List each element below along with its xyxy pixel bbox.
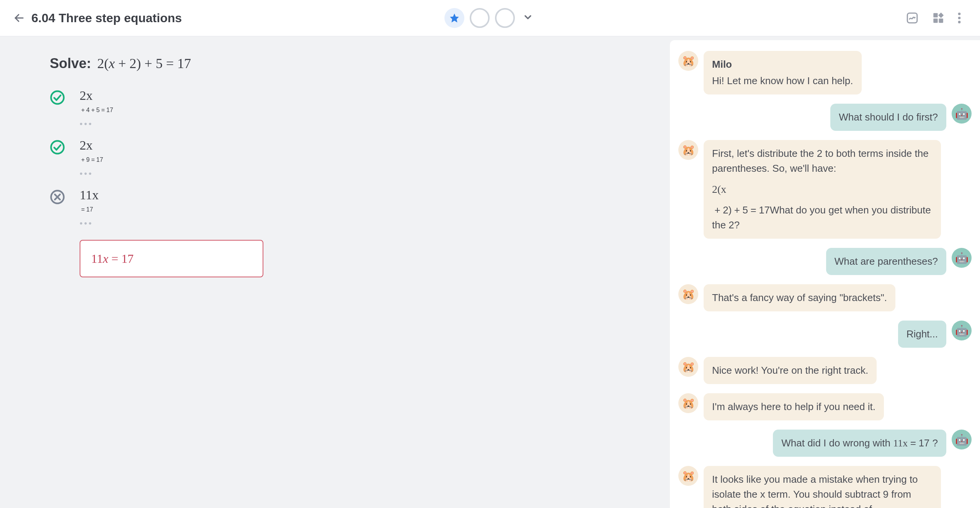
- user-message: What are parentheses?🤖: [678, 248, 972, 275]
- message-text: What should I do first?: [839, 111, 938, 123]
- message-text: First, let's distribute the 2 to both te…: [712, 148, 929, 174]
- bot-message: 🐹Nice work! You're on the right track.: [678, 357, 972, 384]
- bot-avatar: 🐹: [678, 284, 698, 304]
- step-status: [50, 90, 65, 105]
- step-more[interactable]: •••: [80, 167, 103, 180]
- scribble-icon: [906, 11, 919, 24]
- bot-message: 🐹MiloHi! Let me know how I can help.: [678, 51, 972, 94]
- svg-point-8: [958, 17, 961, 20]
- message-text: Right...: [906, 328, 938, 340]
- x-circle-icon: [50, 189, 65, 205]
- svg-marker-6: [938, 13, 944, 18]
- bot-avatar: 🐹: [678, 393, 698, 413]
- svg-rect-4: [933, 18, 938, 23]
- bot-avatar: 🐹: [678, 357, 698, 377]
- svg-point-10: [51, 91, 64, 104]
- svg-point-11: [51, 141, 64, 153]
- progress-star-filled[interactable]: [444, 8, 464, 28]
- problem-equation: 2(x + 2) + 5 = 17: [97, 55, 191, 72]
- message-bubble: I'm always here to help if you need it.: [704, 393, 884, 420]
- arrow-left-icon: [13, 12, 25, 24]
- step-row: 2x + 4 + 5 = 17•••: [50, 88, 647, 130]
- message-bubble: First, let's distribute the 2 to both te…: [704, 140, 941, 239]
- user-avatar: 🤖: [952, 104, 972, 124]
- bot-avatar: 🐹: [678, 51, 698, 71]
- bot-avatar: 🐹: [678, 140, 698, 160]
- more-button[interactable]: [958, 11, 961, 24]
- page-title: 6.04 Three step equations: [31, 11, 182, 25]
- message-text: Nice work! You're on the right track.: [712, 365, 868, 376]
- svg-point-9: [958, 21, 961, 23]
- more-vert-icon: [958, 11, 961, 24]
- svg-rect-3: [933, 13, 938, 17]
- svg-marker-1: [450, 13, 459, 22]
- user-message: Right...🤖: [678, 321, 972, 348]
- progress-indicators: [444, 8, 536, 28]
- step-equation: 2x: [80, 88, 113, 103]
- message-bubble: Nice work! You're on the right track.: [704, 357, 877, 384]
- user-message: What did I do wrong with 11x = 17 ?🤖: [678, 430, 972, 457]
- check-circle-icon: [50, 90, 65, 105]
- apps-button[interactable]: [932, 11, 945, 24]
- bot-message: 🐹It looks like you made a mistake when t…: [678, 466, 972, 508]
- user-message: What should I do first?🤖: [678, 104, 972, 131]
- progress-dropdown[interactable]: [520, 10, 536, 26]
- prompt-label: Solve:: [50, 55, 91, 72]
- message-bubble: Right...: [898, 321, 946, 348]
- message-text: I'm always here to help if you need it.: [712, 401, 875, 412]
- message-bubble: What are parentheses?: [826, 248, 946, 275]
- work-area: Solve: 2(x + 2) + 5 = 17 2x + 4 + 5 = 17…: [0, 36, 670, 508]
- message-bubble: What did I do wrong with 11x = 17 ?: [773, 430, 946, 457]
- step-equation: 2x: [80, 138, 103, 153]
- back-button[interactable]: [11, 10, 27, 26]
- message-bubble: MiloHi! Let me know how I can help.: [704, 51, 862, 94]
- message-text: ?: [929, 437, 938, 449]
- user-avatar: 🤖: [952, 321, 972, 340]
- message-text: What are parentheses?: [835, 256, 938, 267]
- check-circle-icon: [50, 140, 65, 155]
- step-status: [50, 189, 65, 205]
- chevron-down-icon: [523, 12, 533, 23]
- message-text: That's a fancy way of saying "brackets".: [712, 292, 887, 303]
- chat-panel: 🐹MiloHi! Let me know how I can help.What…: [670, 40, 980, 508]
- message-text: It looks like you made a mistake when tr…: [712, 474, 918, 508]
- answer-input-value: 11x = 17: [91, 252, 134, 266]
- svg-point-7: [958, 13, 961, 15]
- step-more[interactable]: •••: [80, 117, 113, 130]
- message-text: What do you get when you distribute the …: [712, 204, 931, 231]
- bot-message: 🐹I'm always here to help if you need it.: [678, 393, 972, 420]
- answer-input[interactable]: 11x = 17: [80, 240, 263, 277]
- progress-dot-3[interactable]: [495, 8, 515, 28]
- bot-message: 🐹That's a fancy way of saying "brackets"…: [678, 284, 972, 311]
- message-text: What did I do wrong with: [781, 437, 893, 449]
- step-more[interactable]: •••: [80, 217, 99, 230]
- star-icon: [449, 13, 460, 23]
- bot-avatar: 🐹: [678, 466, 698, 486]
- message-math: 11x: [893, 438, 908, 449]
- message-bubble: That's a fancy way of saying "brackets".: [704, 284, 895, 311]
- step-status: [50, 140, 65, 155]
- problem-prompt: Solve: 2(x + 2) + 5 = 17: [50, 55, 647, 72]
- step-row: 2x + 9 = 17•••: [50, 138, 647, 180]
- message-bubble: What should I do first?: [830, 104, 946, 131]
- message-text: Hi! Let me know how I can help.: [712, 75, 853, 86]
- message-math: 2(x: [712, 181, 933, 197]
- step-equation: 11x: [80, 188, 99, 202]
- scratchpad-button[interactable]: [906, 11, 919, 24]
- grid-icon: [932, 11, 945, 24]
- header: 6.04 Three step equations: [0, 0, 980, 36]
- toolbar-right: [906, 11, 969, 24]
- bot-message: 🐹First, let's distribute the 2 to both t…: [678, 140, 972, 239]
- step-row: 11x = 17•••: [50, 188, 647, 230]
- user-avatar: 🤖: [952, 248, 972, 268]
- message-bubble: It looks like you made a mistake when tr…: [704, 466, 941, 508]
- svg-rect-5: [939, 18, 943, 23]
- bot-name: Milo: [712, 57, 853, 72]
- user-avatar: 🤖: [952, 430, 972, 449]
- progress-dot-2[interactable]: [470, 8, 490, 28]
